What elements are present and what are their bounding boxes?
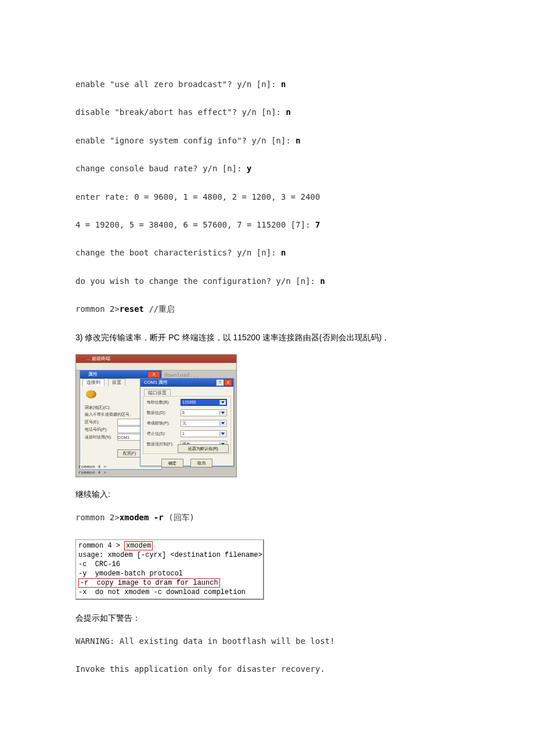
terminal-line-7: change the boot characteristics? y/n [n]… — [75, 246, 459, 259]
terminal-line-5: enter rate: 0 = 9600, 1 = 4800, 2 = 1200… — [75, 190, 459, 203]
app-titlebar: ... 超级终端 — [76, 355, 236, 363]
terminal-line-4: change console baud rate? y/n [n]: y — [75, 162, 459, 175]
connection-icon — [86, 390, 96, 398]
terminal-line-2: disable "break/abort has effect"? y/n [n… — [75, 106, 459, 118]
terminal-line-3: enable "ignore system config info"? y/n … — [75, 134, 459, 147]
user-input: n — [281, 80, 286, 89]
tab-settings[interactable]: 设置 — [108, 379, 125, 386]
select-baud-value: 115200 — [182, 400, 196, 404]
select-databits[interactable]: 8 — [181, 409, 227, 416]
help-icon[interactable]: ? — [216, 379, 224, 386]
highlight-opt-r: -r copy image to dram for launch — [78, 578, 220, 588]
row-databits: 数据位(D): 8 — [147, 409, 227, 416]
user-input: n — [295, 136, 300, 145]
select-stopbits-value: 1 — [182, 431, 185, 435]
user-input: y — [247, 164, 251, 173]
label-baud: 每秒位数(B): — [147, 399, 169, 405]
user-input: n — [286, 107, 290, 117]
com-properties-dialog: COM1 属性 ? X 端口设置 每秒位数(B): 115200 数据位(D):… — [140, 378, 234, 466]
user-command: xmodem -r — [120, 513, 168, 522]
label-databits: 数据位(D): — [147, 409, 166, 416]
prompt-text: disable "break/abort has effect"? y/n [n… — [75, 107, 286, 117]
chevron-down-icon — [219, 431, 226, 436]
row-parity: 奇偶校验(P): 无 — [147, 420, 227, 427]
label-flowcontrol: 数据流控制(F): — [147, 441, 174, 447]
continue-label: 继续输入: — [75, 488, 459, 501]
label-stopbits: 停止位(S): — [147, 430, 165, 437]
select-baud[interactable]: 115200 — [181, 399, 227, 406]
terminal-line-9: rommon 2>reset //重启 — [75, 303, 459, 315]
configure-button[interactable]: 配置(F) — [117, 449, 142, 458]
terminal-line-8: do you wish to change the configuration?… — [75, 275, 459, 287]
tab-connect-to[interactable]: 连接到 — [82, 379, 104, 386]
dialog-buttons: 确定 取消 — [140, 455, 233, 465]
user-input: 7 — [315, 220, 320, 229]
step-3-text: 3) 修改完传输速率，断开 PC 终端连接，以 115200 速率连接路由器(否… — [75, 331, 459, 344]
comment-text: //重启 — [149, 304, 175, 314]
properties-title: 属性 — [88, 372, 98, 377]
warning-line-2: Invoke this application only for disaste… — [75, 663, 459, 675]
prompt-text: enter rate: 0 = 9600, 1 = 4800, 2 = 1200… — [75, 192, 320, 201]
select-databits-value: 8 — [182, 411, 185, 415]
com-titlebar: COM1 属性 ? X — [140, 379, 233, 387]
app-title: ... 超级终端 — [86, 355, 110, 363]
highlight-xmodem: xmodem — [124, 541, 153, 550]
ok-button[interactable]: 确定 — [161, 459, 183, 467]
com-title: COM1 属性 — [144, 380, 168, 385]
close-icon[interactable]: X — [224, 379, 232, 386]
warning-line-1: WARNING: All existing data in bootflash … — [75, 635, 459, 647]
prompt: rommon 4 > — [78, 542, 124, 550]
terminal-output: rommon 4 > rommon 4 > — [78, 464, 106, 476]
warning-header: 会提示如下警告： — [75, 611, 459, 624]
terminal-line-xmodem: rommon 2>xmodem -r (回车) — [75, 511, 459, 524]
prompt-text: 4 = 19200, 5 = 38400, 6 = 57600, 7 = 115… — [75, 220, 315, 229]
user-command: reset — [120, 304, 149, 314]
prompt-text: do you wish to change the configuration?… — [75, 276, 320, 286]
prompt-text: enable "use all zero broadcast"? y/n [n]… — [75, 80, 281, 89]
document-page: enable "use all zero broadcast"? y/n [n]… — [0, 0, 534, 737]
prompt-text: enable "ignore system config info"? y/n … — [75, 136, 295, 145]
close-icon[interactable]: X — [147, 371, 160, 378]
restore-defaults-button[interactable]: 还原为默认值(R) — [178, 444, 229, 453]
terminal-line-1: enable "use all zero broadcast"? y/n [n]… — [75, 78, 459, 91]
usage-line: usage: xmodem [-cyrx] <destination filen… — [78, 551, 262, 559]
prompt-text: change the boot characteristics? y/n [n]… — [75, 248, 281, 257]
prompt-text: rommon 2> — [75, 304, 120, 314]
chevron-down-icon — [219, 421, 226, 426]
opt-y: -y ymodem-batch protocol — [78, 570, 183, 578]
opt-x: -x do not xmodem -c download completion — [78, 588, 246, 596]
prompt-text: change console baud rate? y/n [n]: — [75, 164, 247, 173]
user-input: n — [281, 248, 286, 257]
note-text: (回车) — [168, 513, 194, 522]
row-baud: 每秒位数(B): 115200 — [147, 399, 227, 406]
chevron-down-icon — [219, 411, 226, 415]
user-input: n — [320, 276, 324, 286]
hyperterminal-screenshot: ... 超级终端 download... 属性 X 连接到 设置 国家(地区)(… — [75, 354, 237, 477]
row-stopbits: 停止位(S): 1 — [147, 430, 227, 437]
select-parity-value: 无 — [182, 421, 186, 425]
terminal-line-6: 4 = 19200, 5 = 38400, 6 = 57600, 7 = 115… — [75, 218, 459, 231]
label-parity: 奇偶校验(P): — [147, 420, 169, 426]
prompt-text: rommon 2> — [75, 513, 120, 522]
properties-titlebar: 属性 X — [80, 370, 161, 379]
cancel-button[interactable]: 取消 — [190, 459, 212, 467]
select-stopbits[interactable]: 1 — [181, 430, 227, 437]
chevron-down-icon — [219, 400, 226, 405]
xmodem-usage-screenshot: rommon 4 > xmodem usage: xmodem [-cyrx] … — [75, 539, 264, 600]
select-parity[interactable]: 无 — [181, 420, 227, 427]
opt-c: -c CRC-16 — [78, 560, 120, 568]
